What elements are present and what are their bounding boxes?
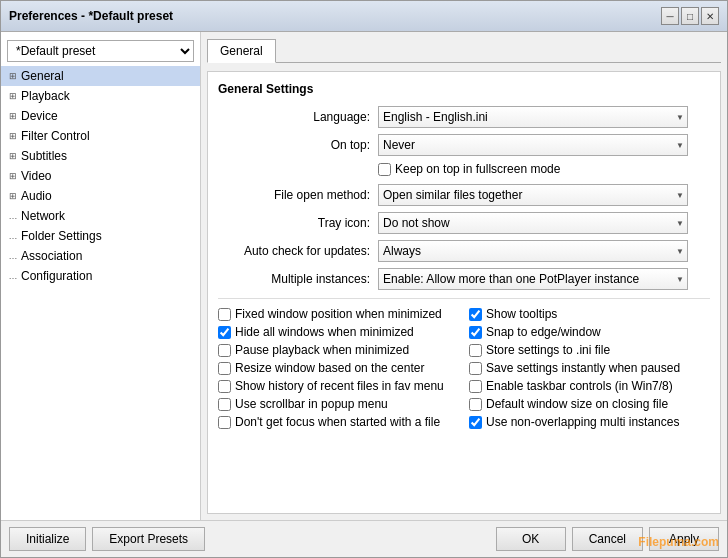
checkbox-right-label-2: Store settings to .ini file <box>486 343 610 357</box>
keep-on-top-label: Keep on top in fullscreen mode <box>395 162 560 176</box>
checkbox-left-5: Use scrollbar in popup menu <box>218 397 459 411</box>
sidebar-label-subtitles: Subtitles <box>21 149 67 163</box>
bottom-left-buttons: Initialize Export Presets <box>9 527 205 551</box>
sidebar-item-video[interactable]: ⊞ Video <box>1 166 200 186</box>
sidebar-item-device[interactable]: ⊞ Device <box>1 106 200 126</box>
export-presets-button[interactable]: Export Presets <box>92 527 205 551</box>
maximize-button[interactable]: □ <box>681 7 699 25</box>
multiple-instances-dropdown[interactable]: Enable: Allow more than one PotPlayer in… <box>378 268 688 290</box>
auto-check-control: Always <box>378 240 710 262</box>
auto-check-label: Auto check for updates: <box>218 244 378 258</box>
sidebar-item-audio[interactable]: ⊞ Audio <box>1 186 200 206</box>
expand-icon-folder: … <box>5 228 21 244</box>
checkbox-left-input-6[interactable] <box>218 416 231 429</box>
tray-icon-control: Do not show <box>378 212 710 234</box>
apply-button[interactable]: Apply <box>649 527 719 551</box>
window-title: Preferences - *Default preset <box>9 9 173 23</box>
expand-icon-network: … <box>5 208 21 224</box>
sidebar-item-playback[interactable]: ⊞ Playback <box>1 86 200 106</box>
ok-button[interactable]: OK <box>496 527 566 551</box>
settings-area: General Settings Language: English - Eng… <box>207 71 721 514</box>
minimize-button[interactable]: ─ <box>661 7 679 25</box>
sidebar-label-video: Video <box>21 169 51 183</box>
keep-on-top-checkbox[interactable] <box>378 163 391 176</box>
on-top-control: Never <box>378 134 710 156</box>
checkbox-left-2: Pause playback when minimized <box>218 343 459 357</box>
preferences-window: Preferences - *Default preset ─ □ ✕ *Def… <box>0 0 728 558</box>
expand-icon-configuration: … <box>5 268 21 284</box>
sidebar-item-folder-settings[interactable]: … Folder Settings <box>1 226 200 246</box>
checkbox-right-input-2[interactable] <box>469 344 482 357</box>
checkboxes-grid: Fixed window position when minimizedShow… <box>218 298 710 431</box>
file-open-label: File open method: <box>218 188 378 202</box>
checkbox-right-3: Save settings instantly when paused <box>469 361 710 375</box>
on-top-dropdown-wrapper: Never <box>378 134 688 156</box>
checkbox-left-label-3: Resize window based on the center <box>235 361 424 375</box>
bottom-right-buttons: OK Cancel Apply <box>496 527 719 551</box>
expand-icon-subtitles: ⊞ <box>5 148 21 164</box>
multiple-instances-label: Multiple instances: <box>218 272 378 286</box>
multiple-instances-dropdown-wrapper: Enable: Allow more than one PotPlayer in… <box>378 268 688 290</box>
sidebar-label-association: Association <box>21 249 82 263</box>
expand-icon-association: … <box>5 248 21 264</box>
keep-on-top-row: Keep on top in fullscreen mode <box>218 162 710 178</box>
checkbox-left-input-5[interactable] <box>218 398 231 411</box>
checkbox-left-1: Hide all windows when minimized <box>218 325 459 339</box>
checkbox-left-0: Fixed window position when minimized <box>218 307 459 321</box>
file-open-dropdown[interactable]: Open similar files together <box>378 184 688 206</box>
expand-icon-device: ⊞ <box>5 108 21 124</box>
checkbox-right-input-1[interactable] <box>469 326 482 339</box>
main-area: General General Settings Language: Engli… <box>201 32 727 520</box>
checkbox-right-2: Store settings to .ini file <box>469 343 710 357</box>
language-dropdown[interactable]: English - English.ini <box>378 106 688 128</box>
keep-on-top-control: Keep on top in fullscreen mode <box>378 162 710 178</box>
language-label: Language: <box>218 110 378 124</box>
sidebar: *Default preset ⊞ General ⊞ Playback ⊞ D… <box>1 32 201 520</box>
checkbox-left-label-1: Hide all windows when minimized <box>235 325 414 339</box>
tab-general[interactable]: General <box>207 39 276 63</box>
section-title: General Settings <box>218 82 710 96</box>
cancel-button[interactable]: Cancel <box>572 527 643 551</box>
checkbox-left-label-2: Pause playback when minimized <box>235 343 409 357</box>
tray-icon-label: Tray icon: <box>218 216 378 230</box>
auto-check-dropdown[interactable]: Always <box>378 240 688 262</box>
language-row: Language: English - English.ini <box>218 106 710 128</box>
file-open-row: File open method: Open similar files tog… <box>218 184 710 206</box>
checkbox-right-input-6[interactable] <box>469 416 482 429</box>
sidebar-item-subtitles[interactable]: ⊞ Subtitles <box>1 146 200 166</box>
checkbox-left-input-0[interactable] <box>218 308 231 321</box>
sidebar-item-configuration[interactable]: … Configuration <box>1 266 200 286</box>
checkbox-left-input-4[interactable] <box>218 380 231 393</box>
expand-icon-audio: ⊞ <box>5 188 21 204</box>
sidebar-label-filter: Filter Control <box>21 129 90 143</box>
checkbox-left-6: Don't get focus when started with a file <box>218 415 459 429</box>
on-top-dropdown[interactable]: Never <box>378 134 688 156</box>
sidebar-item-filter-control[interactable]: ⊞ Filter Control <box>1 126 200 146</box>
title-bar-controls: ─ □ ✕ <box>661 7 719 25</box>
sidebar-label-playback: Playback <box>21 89 70 103</box>
sidebar-label-configuration: Configuration <box>21 269 92 283</box>
checkbox-right-label-4: Enable taskbar controls (in Win7/8) <box>486 379 673 393</box>
checkbox-right-input-4[interactable] <box>469 380 482 393</box>
auto-check-dropdown-wrapper: Always <box>378 240 688 262</box>
sidebar-item-general[interactable]: ⊞ General <box>1 66 200 86</box>
sidebar-item-network[interactable]: … Network <box>1 206 200 226</box>
checkbox-right-input-5[interactable] <box>469 398 482 411</box>
checkbox-left-input-1[interactable] <box>218 326 231 339</box>
preset-selector[interactable]: *Default preset <box>7 40 194 62</box>
close-button[interactable]: ✕ <box>701 7 719 25</box>
checkbox-right-input-3[interactable] <box>469 362 482 375</box>
sidebar-item-association[interactable]: … Association <box>1 246 200 266</box>
checkbox-right-6: Use non-overlapping multi instances <box>469 415 710 429</box>
language-control: English - English.ini <box>378 106 710 128</box>
sidebar-label-folder: Folder Settings <box>21 229 102 243</box>
checkbox-right-label-6: Use non-overlapping multi instances <box>486 415 679 429</box>
checkbox-left-label-6: Don't get focus when started with a file <box>235 415 440 429</box>
checkbox-left-label-4: Show history of recent files in fav menu <box>235 379 444 393</box>
checkbox-left-input-3[interactable] <box>218 362 231 375</box>
tray-icon-dropdown[interactable]: Do not show <box>378 212 688 234</box>
tray-icon-row: Tray icon: Do not show <box>218 212 710 234</box>
checkbox-left-input-2[interactable] <box>218 344 231 357</box>
initialize-button[interactable]: Initialize <box>9 527 86 551</box>
checkbox-right-input-0[interactable] <box>469 308 482 321</box>
